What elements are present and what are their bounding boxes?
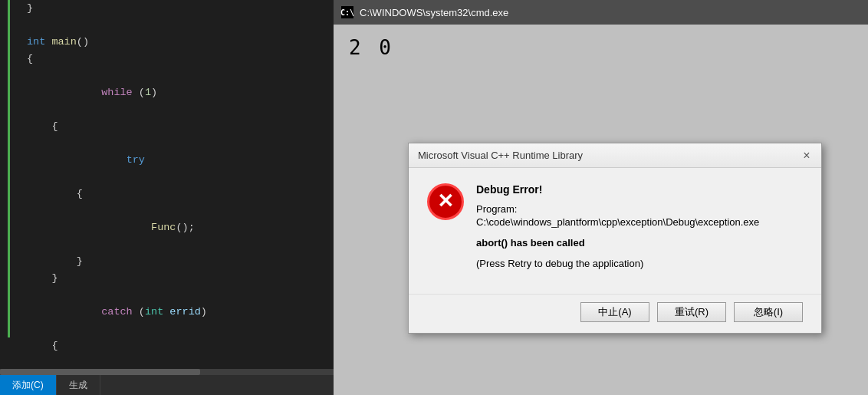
- code-line: {: [12, 51, 334, 67]
- tab-add[interactable]: 添加(C): [0, 375, 57, 395]
- horizontal-scrollbar[interactable]: [0, 369, 334, 375]
- tab-build[interactable]: 生成: [57, 375, 100, 395]
- code-line: {: [12, 118, 334, 135]
- code-line: while (1): [12, 67, 334, 118]
- dialog-body: ✕ Debug Error! Program: C:\code\windows_…: [409, 168, 821, 294]
- green-indicator: [8, 0, 10, 337]
- dialog-titlebar: Microsoft Visual C++ Runtime Library ×: [409, 143, 821, 168]
- program-label: Program:: [476, 203, 803, 215]
- cmd-icon: C:\: [341, 6, 353, 18]
- dialog-text-block: Debug Error! Program: C:\code\windows_pl…: [476, 183, 803, 269]
- cmd-output: 2 0: [349, 36, 853, 59]
- bottom-tabs: 添加(C) 生成: [0, 375, 334, 395]
- scrollbar-thumb[interactable]: [0, 369, 200, 375]
- code-line: {: [12, 337, 334, 354]
- dialog-close-button[interactable]: ×: [798, 147, 815, 164]
- error-circle: ✕: [427, 183, 464, 220]
- code-line: }: [12, 253, 334, 270]
- press-retry-message: (Press Retry to debug the application): [476, 258, 803, 269]
- error-x-icon: ✕: [437, 191, 454, 211]
- code-line: int main(): [12, 34, 334, 51]
- dialog-top-row: ✕ Debug Error! Program: C:\code\windows_…: [427, 183, 803, 269]
- abort-message: abort() has been called: [476, 237, 803, 249]
- code-line: {: [12, 186, 334, 202]
- code-line: Func();: [12, 202, 334, 253]
- code-line: }: [12, 270, 334, 287]
- cmd-titlebar: C:\ C:\WINDOWS\system32\cmd.exe: [334, 0, 868, 25]
- code-line: }: [12, 0, 334, 17]
- dialog-title: Microsoft Visual C++ Runtime Library: [418, 150, 583, 161]
- ignore-button[interactable]: 忽略(I): [734, 302, 803, 322]
- program-path: C:\code\windows_plantform\cpp\exception\…: [476, 216, 803, 228]
- dialog-footer: 中止(A) 重试(R) 忽略(I): [409, 294, 821, 333]
- dialog-error: Microsoft Visual C++ Runtime Library × ✕…: [408, 143, 822, 334]
- code-line: catch (int errid): [12, 287, 334, 337]
- retry-button[interactable]: 重试(R): [657, 302, 726, 322]
- debug-error-title: Debug Error!: [476, 183, 803, 196]
- code-line: try: [12, 135, 334, 186]
- code-lines: } int main() { while (1) { try: [0, 0, 334, 395]
- code-editor: } int main() { while (1) { try: [0, 0, 334, 395]
- error-icon: ✕: [427, 183, 464, 220]
- abort-button[interactable]: 中止(A): [580, 302, 649, 322]
- code-line: [12, 17, 334, 34]
- cmd-title-text: C:\WINDOWS\system32\cmd.exe: [360, 7, 860, 18]
